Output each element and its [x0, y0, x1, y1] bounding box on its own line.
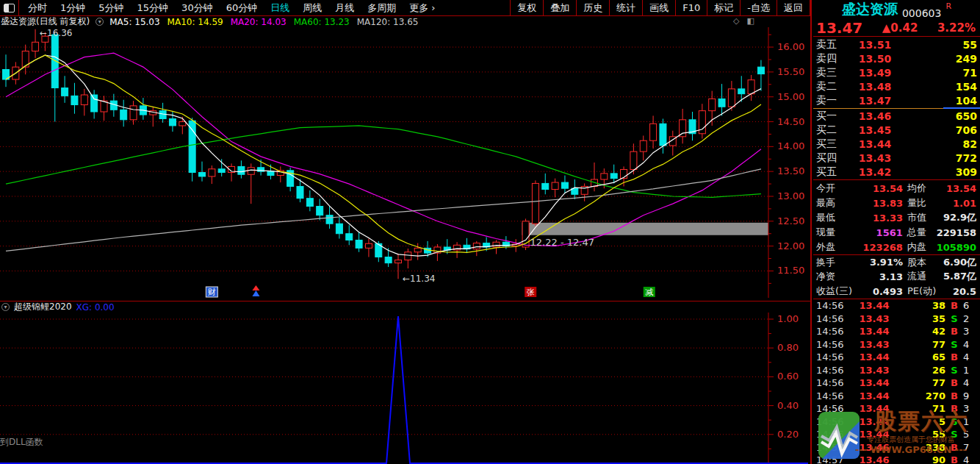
menu-item-7[interactable]: 周线 [297, 1, 328, 15]
book-row[interactable]: 买四13.43772 [813, 151, 980, 165]
toolbar-button-4[interactable]: 画线 [642, 0, 675, 15]
svg-text:14.50: 14.50 [777, 116, 804, 127]
menu-item-2[interactable]: 5分钟 [93, 1, 129, 15]
order-book: 卖五13.5155卖四13.50249卖三13.4971卖二13.48154卖一… [813, 37, 980, 179]
book-row[interactable]: 卖五13.5155 [813, 38, 980, 51]
tick-row: 14:5613.4335S2 [813, 313, 980, 326]
ma-label: MA5: 15.03 [109, 17, 159, 27]
period-menu: 分时1分钟5分钟15分钟30分钟60分钟日线周线月线多周期更多 › [19, 1, 442, 15]
toolbar-button-5[interactable]: F10 [675, 0, 707, 15]
menu-item-4[interactable]: 30分钟 [176, 1, 219, 15]
book-row[interactable]: 卖二13.48154 [813, 79, 980, 93]
svg-text:15.00: 15.00 [777, 91, 804, 102]
chart-title: 盛达资源(日线 前复权) [1, 15, 90, 28]
stat-row: 最高13.83量比1.01 [813, 196, 980, 210]
svg-text:←16.36: ←16.36 [40, 28, 72, 38]
trading-terminal: 分时1分钟5分钟15分钟30分钟60分钟日线周线月线多周期更多 › 复权叠加历史… [0, 0, 980, 464]
watermark-slogan: 专注股票创造属于您的财富 [843, 435, 979, 444]
book-row[interactable]: 卖三13.4971 [813, 65, 980, 79]
menu-item-10[interactable]: 更多 › [403, 1, 441, 15]
tick-row: 14:5613.4477B4 [813, 376, 980, 390]
book-row[interactable]: 卖一13.47104 [813, 93, 980, 107]
ma-label: MA20: 14.03 [231, 17, 287, 27]
tick-row: 14:5613.4377S4 [813, 338, 980, 351]
menu-item-1[interactable]: 1分钟 [54, 1, 91, 15]
tick-row: 14:5613.4442B3 [813, 325, 980, 338]
book-row[interactable]: 买三13.4482 [813, 137, 980, 151]
ma-label: MA60: 13.23 [294, 17, 350, 27]
chevron-down-icon[interactable]: ▾ [1, 303, 10, 311]
toolbar-button-3[interactable]: 统计 [609, 0, 642, 15]
svg-text:15.50: 15.50 [777, 66, 804, 77]
main-chart-area: 16.0015.5015.0014.5014.0013.5013.0012.50… [0, 27, 810, 301]
toolbar-button-2[interactable]: 历史 [576, 0, 609, 15]
tick-row: 14:5613.4465B4 [813, 351, 980, 364]
toolbar-buttons: 复权叠加历史统计画线F10标记-自选返回 [510, 0, 810, 15]
indicator-value: XG: 0.00 [76, 302, 115, 313]
stat-row: 净资3.13流通5.87亿 [813, 269, 980, 284]
chart-title-row: 盛达资源(日线 前复权) ▾ MA5: 15.03MA10: 14.59MA20… [0, 16, 810, 27]
diamond-icon[interactable]: ◇ [733, 16, 739, 26]
ma-label: MA120: 13.65 [357, 17, 419, 27]
svg-text:张: 张 [527, 288, 535, 297]
svg-text:12.22 - 12.47: 12.22 - 12.47 [530, 237, 594, 248]
svg-text:13.50: 13.50 [777, 165, 804, 176]
split-window-icon [4, 4, 15, 13]
buy-levels: 买一13.46650买二13.45706买三13.4482买四13.43772买… [813, 109, 980, 179]
toolbar-button-0[interactable]: 复权 [510, 0, 543, 15]
svg-text:14.00: 14.00 [777, 140, 804, 151]
svg-text:13.00: 13.00 [777, 190, 804, 201]
svg-text:财: 财 [208, 288, 216, 297]
book-row[interactable]: 买二13.45706 [813, 123, 980, 137]
svg-text:11.50: 11.50 [777, 265, 804, 276]
stat-row: 今开13.54均价13.54 [813, 181, 980, 196]
svg-text:0.40: 0.40 [777, 400, 799, 411]
pane-toggle-icon[interactable]: ◧ [746, 16, 754, 26]
price-percent: 3.22% [937, 21, 976, 35]
indicator-canvas[interactable]: 1.000.800.600.400.20 [0, 313, 812, 464]
menu-item-3[interactable]: 15分钟 [131, 1, 175, 15]
tick-row: 14:5613.4438B6 [813, 299, 980, 313]
menu-item-8[interactable]: 月线 [329, 1, 360, 15]
svg-text:←11.34: ←11.34 [403, 274, 435, 284]
menu-item-9[interactable]: 多周期 [361, 1, 402, 15]
menu-item-0[interactable]: 分时 [22, 1, 53, 15]
menu-item-6[interactable]: 日线 [264, 1, 295, 15]
price-row: 13.47 ▲0.42 3.22% [813, 19, 980, 37]
sell-levels: 卖五13.5155卖四13.50249卖三13.4971卖二13.48154卖一… [813, 38, 980, 107]
toolbar-button-6[interactable]: 标记 [707, 0, 740, 15]
stat-row: 现量1561总量229158 [813, 225, 980, 240]
stock-header: 盛达资源 000603 R [813, 0, 980, 19]
svg-text:12.50: 12.50 [777, 215, 804, 226]
svg-text:16.00: 16.00 [777, 41, 804, 52]
toolbar-button-7[interactable]: -自选 [740, 0, 777, 15]
svg-text:12.00: 12.00 [777, 240, 804, 251]
app-window-icon[interactable] [0, 0, 19, 15]
svg-text:减: 减 [645, 288, 653, 297]
watermark-title: 股票六六 [863, 408, 979, 435]
ma-label: MA10: 14.59 [167, 17, 223, 27]
ma-legend: MA5: 15.03MA10: 14.59MA20: 14.03MA60: 13… [109, 17, 418, 27]
svg-text:1.00: 1.00 [777, 313, 799, 324]
stock-code: 000603 [902, 7, 941, 19]
stat-row: 收益(三)0.493PE(动)20.5 [813, 284, 980, 299]
menu-item-5[interactable]: 60分钟 [220, 1, 264, 15]
chevron-down-icon[interactable]: ▾ [96, 18, 104, 26]
book-row[interactable]: 买一13.46650 [813, 109, 980, 123]
watermark-url: --- WWW.GP66.CN --- [843, 444, 979, 456]
quote-panel: 盛达资源 000603 R 13.47 ▲0.42 3.22% 卖五13.515… [813, 0, 980, 464]
indicator-name: 超级锦鲤2020 [14, 301, 72, 313]
dll-footnote: 到DLL函数 [0, 436, 43, 449]
book-row[interactable]: 卖四13.50249 [813, 51, 980, 65]
book-row[interactable]: 买五13.42309 [813, 165, 980, 179]
stat-row: 最低13.33市值92.9亿 [813, 210, 980, 225]
watermark: 股票六六 专注股票创造属于您的财富 --- WWW.GP66.CN --- [816, 408, 979, 463]
toolbar-button-8[interactable]: 返回 [777, 0, 810, 15]
tick-row: 14:5613.44270B9 [813, 390, 980, 403]
margin-tag: R [945, 1, 951, 11]
main-chart-canvas[interactable]: 16.0015.5015.0014.5014.0013.5013.0012.50… [0, 27, 812, 298]
indicator-header: ▾ 超级锦鲤2020 XG: 0.00 [0, 301, 810, 313]
toolbar-button-1[interactable]: 叠加 [543, 0, 576, 15]
stat-row: 外盘123268内盘105890 [813, 240, 980, 254]
svg-text:0.80: 0.80 [777, 342, 799, 353]
